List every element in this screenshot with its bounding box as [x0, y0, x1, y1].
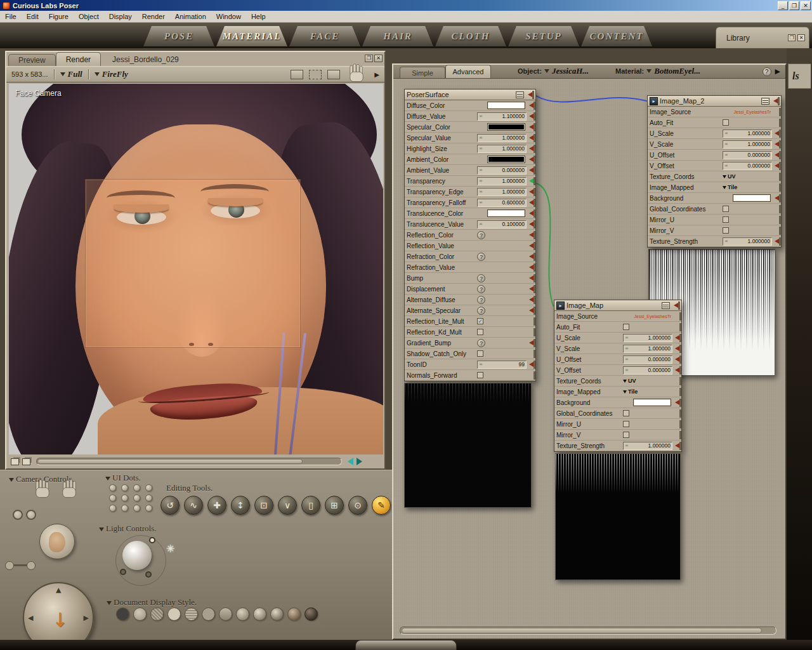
param-value[interactable] [623, 430, 672, 440]
param-alternate_specular[interactable]: Alternate_Specular? [405, 305, 535, 316]
node-menu-icon[interactable] [662, 302, 670, 309]
param-plug-icon[interactable] [527, 274, 535, 282]
ui-dot[interactable] [121, 484, 128, 491]
menu-edit[interactable]: Edit [22, 11, 44, 22]
menu-animation[interactable]: Animation [170, 11, 211, 22]
menu-render[interactable]: Render [137, 11, 170, 22]
menu-display[interactable]: Display [104, 11, 137, 22]
param-value[interactable] [723, 118, 772, 128]
param-value[interactable]: ∞1.000000 [477, 144, 527, 154]
param-refraction_value[interactable]: Refraction_Value [405, 262, 535, 273]
checkbox[interactable] [623, 410, 629, 416]
tool-translate-in-out-icon[interactable]: ↕ [231, 496, 250, 515]
checkbox[interactable] [723, 227, 729, 234]
pan-hand-icon[interactable] [346, 62, 367, 86]
number-field[interactable]: ∞1.000000 [477, 134, 527, 142]
param-plug-icon[interactable] [527, 361, 535, 369]
node-header[interactable]: PoserSurface [405, 90, 535, 100]
param-plug-icon[interactable] [773, 194, 781, 202]
trackball-right-icon[interactable]: ▶ [84, 614, 89, 622]
param-plug-icon[interactable] [773, 129, 781, 138]
param-value[interactable]: ✓ [477, 317, 527, 326]
tool-color-icon[interactable]: ✎ [372, 496, 391, 515]
number-field[interactable]: ∞0.000000 [477, 166, 527, 175]
param-plug-icon[interactable] [773, 119, 781, 127]
camera-dolly-icon[interactable] [9, 564, 32, 572]
checkbox[interactable] [723, 216, 729, 223]
param-value[interactable]: ∞1.100000 [477, 112, 527, 121]
param-value[interactable]: ∞1.000000 [477, 187, 527, 197]
help-icon[interactable]: ? [763, 67, 771, 76]
display-style-smooth-lined-icon[interactable] [270, 607, 284, 621]
display-style-smooth-shaded-icon[interactable] [253, 607, 266, 621]
checkbox[interactable] [477, 372, 483, 378]
tool-rotate-icon[interactable]: ↺ [160, 496, 180, 515]
param-value[interactable]: ∞1.000000 [723, 140, 772, 149]
number-field[interactable]: ∞0.000000 [723, 162, 772, 170]
object-selector[interactable]: Object: JessicaH... [518, 66, 589, 78]
create-light-icon[interactable]: ✳ [166, 543, 174, 555]
param-plug-icon[interactable] [527, 307, 535, 315]
tool-twist-icon[interactable]: ∿ [184, 496, 203, 515]
node-header[interactable]: ▸Image_Map [554, 300, 681, 311]
room-tab-material[interactable]: MATERIAL [216, 26, 287, 46]
param-plug-icon[interactable] [527, 166, 535, 175]
param-value[interactable] [477, 155, 527, 164]
param-plug-icon[interactable] [527, 317, 535, 326]
ui-dot[interactable] [121, 494, 128, 501]
param-value[interactable] [723, 215, 772, 225]
tool-translate-pull-icon[interactable]: ✚ [207, 496, 226, 515]
param-plug-icon[interactable] [773, 162, 781, 170]
param-plug-icon[interactable] [527, 123, 535, 131]
number-field[interactable]: ∞0.600000 [477, 199, 527, 207]
library-close-icon[interactable]: ✕ [797, 34, 805, 41]
param-value[interactable]: UV [723, 172, 772, 182]
menu-window[interactable]: Window [211, 11, 246, 22]
node-menu-icon[interactable] [761, 98, 769, 105]
param-diffuse_color[interactable]: Diffuse_Color [405, 100, 535, 111]
light-controls-label[interactable]: Light Controls. [99, 524, 156, 534]
param-plug-icon[interactable] [773, 140, 781, 149]
room-tab-setup[interactable]: SETUP [508, 26, 579, 46]
param-value[interactable]: Jessi_EyelashesTr [623, 312, 672, 321]
maximize-button[interactable]: ❐ [789, 1, 799, 10]
param-value[interactable]: ∞0.100000 [477, 220, 527, 229]
param-plug-icon[interactable] [673, 323, 681, 331]
ui-dot[interactable] [109, 484, 116, 491]
toolbar-next-icon[interactable]: ▶ [374, 71, 379, 78]
param-plug-icon[interactable] [773, 173, 781, 181]
param-plug-icon[interactable] [527, 296, 535, 304]
number-field[interactable]: ∞1.000000 [623, 345, 672, 353]
checkbox[interactable] [477, 350, 483, 357]
number-field[interactable]: ∞1.000000 [477, 188, 527, 196]
room-tab-cloth[interactable]: CLOTH [435, 26, 506, 46]
sketch-render-icon[interactable] [327, 70, 340, 79]
param-diffuse_value[interactable]: Diffuse_Value∞1.100000 [405, 111, 535, 122]
window-cascade-icon[interactable] [22, 458, 30, 465]
number-field[interactable]: ∞0.100000 [477, 220, 527, 229]
display-style-cartoon-icon[interactable] [236, 607, 249, 621]
param-u_scale[interactable]: U_Scale∞1.000000 [554, 333, 681, 343]
unknown-value-icon[interactable]: ? [477, 307, 485, 315]
param-value[interactable]: ? [477, 295, 527, 305]
renderer-dropdown[interactable]: FireFly [95, 69, 128, 79]
param-plug-icon[interactable] [673, 431, 681, 439]
param-ambient_value[interactable]: Ambient_Value∞0.000000 [405, 165, 535, 176]
param-plug-icon[interactable] [673, 409, 681, 418]
param-plug-icon[interactable] [773, 216, 781, 224]
param-value[interactable] [477, 349, 527, 359]
close-button[interactable]: ✕ [801, 1, 811, 10]
param-bump[interactable]: Bump? [405, 273, 535, 284]
param-translucence_value[interactable]: Translucence_Value∞0.100000 [405, 219, 535, 230]
number-field[interactable]: ∞0.000000 [623, 355, 672, 364]
param-plug-icon[interactable] [527, 350, 535, 358]
number-field[interactable]: ∞1.000000 [723, 237, 772, 246]
unknown-value-icon[interactable]: ? [477, 231, 485, 239]
param-value[interactable]: ? [477, 274, 527, 283]
render-tray-icon[interactable] [291, 70, 303, 79]
param-value[interactable]: Tile [623, 387, 672, 397]
ui-dot[interactable] [109, 494, 116, 501]
room-tab-content[interactable]: CONTENT [581, 26, 652, 46]
display-style-flat-lined-icon[interactable] [219, 607, 232, 621]
param-value[interactable]: ∞99 [477, 360, 527, 369]
